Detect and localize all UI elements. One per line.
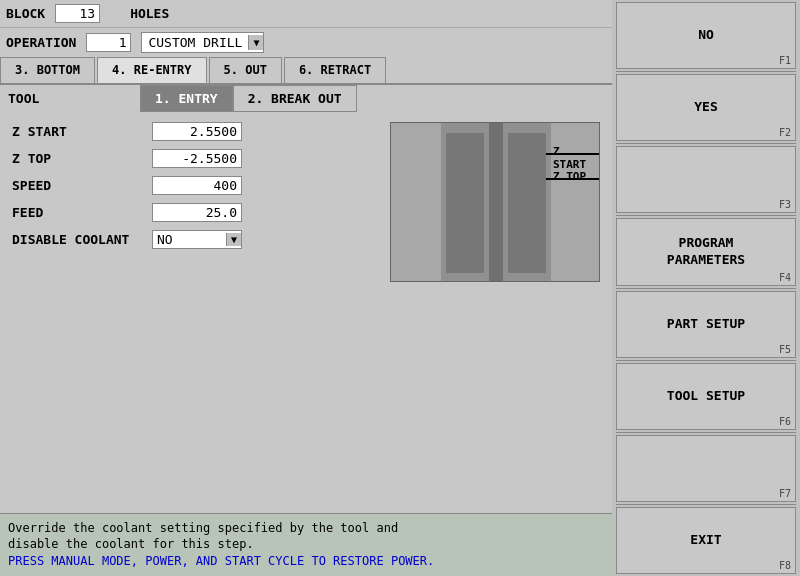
speed-label: SPEED (12, 178, 152, 193)
tab-6-retract[interactable]: 6. RETRACT (284, 57, 386, 83)
z-top-label: Z TOP (12, 151, 152, 166)
block-label: BLOCK (6, 6, 45, 21)
operation-input[interactable] (86, 33, 131, 52)
info-line-1: Override the coolant setting specified b… (8, 520, 604, 537)
divider-1 (616, 71, 796, 72)
z-top-input[interactable] (152, 149, 242, 168)
f8-label: F8 (779, 560, 791, 571)
yes-button[interactable]: YES F2 (616, 74, 796, 141)
no-button[interactable]: NO F1 (616, 2, 796, 69)
drill-type-dropdown[interactable]: CUSTOM DRILL ▼ (141, 32, 264, 53)
info-line-2: disable the coolant for this step. (8, 536, 604, 553)
program-params-label: PROGRAM PARAMETERS (667, 235, 745, 269)
tab-5-out[interactable]: 5. OUT (209, 57, 282, 83)
yes-label: YES (694, 99, 717, 116)
program-parameters-button[interactable]: PROGRAM PARAMETERS F4 (616, 218, 796, 285)
z-start-label: Z START (12, 124, 152, 139)
part-setup-button[interactable]: PART SETUP F5 (616, 291, 796, 358)
divider-2 (616, 143, 796, 144)
divider-7 (616, 504, 796, 505)
feed-label: FEED (12, 205, 152, 220)
f6-label: F6 (779, 416, 791, 427)
z-start-input[interactable] (152, 122, 242, 141)
drill-inner-left (446, 133, 484, 273)
disable-coolant-dropdown[interactable]: NO ▼ (152, 230, 242, 249)
divider-5 (616, 360, 796, 361)
operation-label: OPERATION (6, 35, 76, 50)
exit-button[interactable]: EXIT F8 (616, 507, 796, 574)
feed-row: FEED (12, 203, 374, 222)
info-line-3: PRESS MANUAL MODE, POWER, AND START CYCL… (8, 553, 604, 570)
sidebar: NO F1 YES F2 F3 PROGRAM PARAMETERS F4 PA… (612, 0, 800, 576)
f1-label: F1 (779, 55, 791, 66)
no-label: NO (698, 27, 714, 44)
subtab-2-breakout[interactable]: 2. BREAK OUT (233, 85, 357, 112)
drill-type-arrow[interactable]: ▼ (248, 35, 263, 50)
f7-label: F7 (779, 488, 791, 499)
bottom-info: Override the coolant setting specified b… (0, 513, 612, 576)
f2-label: F2 (779, 127, 791, 138)
z-start-row: Z START (12, 122, 374, 141)
f3-button[interactable]: F3 (616, 146, 796, 213)
block-input[interactable] (55, 4, 100, 23)
tab-4-reentry[interactable]: 4. RE-ENTRY (97, 57, 206, 83)
header-row-1: BLOCK HOLES (0, 0, 612, 28)
drill-inner-right (508, 133, 546, 273)
main-area: BLOCK HOLES OPERATION CUSTOM DRILL ▼ 3. … (0, 0, 612, 576)
divider-3 (616, 215, 796, 216)
disable-coolant-value: NO (153, 231, 226, 248)
drill-type-text: CUSTOM DRILL (142, 33, 248, 52)
z-start-diagram-label: Z START (553, 145, 599, 171)
divider-6 (616, 432, 796, 433)
disable-coolant-row: DISABLE COOLANT NO ▼ (12, 230, 374, 249)
f4-label: F4 (779, 272, 791, 283)
speed-row: SPEED (12, 176, 374, 195)
drill-diagram: Z START Z TOP (390, 122, 600, 282)
drill-center-slot (489, 123, 503, 282)
form-section: Z START Z TOP SPEED FEED DISABLE COOLANT… (12, 122, 374, 282)
f5-label: F5 (779, 344, 791, 355)
f3-label: F3 (779, 199, 791, 210)
diagram-section: Z START Z TOP (390, 122, 600, 282)
disable-coolant-label: DISABLE COOLANT (12, 232, 152, 247)
speed-input[interactable] (152, 176, 242, 195)
z-top-row: Z TOP (12, 149, 374, 168)
z-top-diagram-label: Z TOP (553, 170, 586, 183)
tool-label: TOOL (0, 85, 140, 112)
tool-setup-label: TOOL SETUP (667, 388, 745, 405)
exit-label: EXIT (690, 532, 721, 549)
disable-coolant-arrow[interactable]: ▼ (226, 233, 241, 246)
holes-label: HOLES (130, 6, 169, 21)
header-row-2: OPERATION CUSTOM DRILL ▼ (0, 28, 612, 57)
divider-4 (616, 288, 796, 289)
feed-input[interactable] (152, 203, 242, 222)
subtabs-row: TOOL 1. ENTRY 2. BREAK OUT (0, 85, 612, 112)
tabs-row: 3. BOTTOM 4. RE-ENTRY 5. OUT 6. RETRACT (0, 57, 612, 85)
part-setup-label: PART SETUP (667, 316, 745, 333)
f7-button[interactable]: F7 (616, 435, 796, 502)
subtab-1-entry[interactable]: 1. ENTRY (140, 85, 233, 112)
tab-3-bottom[interactable]: 3. BOTTOM (0, 57, 95, 83)
tool-setup-button[interactable]: TOOL SETUP F6 (616, 363, 796, 430)
content-area: Z START Z TOP SPEED FEED DISABLE COOLANT… (0, 112, 612, 292)
